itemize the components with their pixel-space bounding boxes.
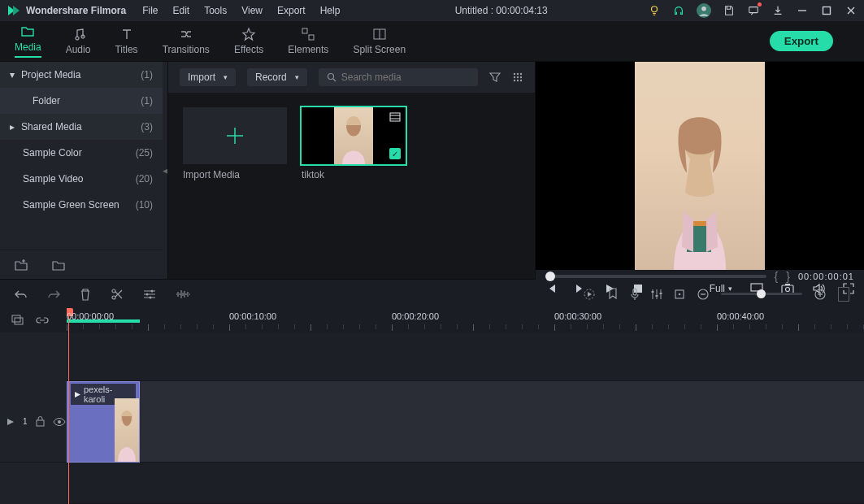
svg-rect-55 xyxy=(15,318,23,324)
svg-point-17 xyxy=(514,80,515,81)
sidebar-item-sample-color[interactable]: Sample Color (25) xyxy=(0,140,163,166)
layers-icon[interactable] xyxy=(11,315,24,326)
music-icon xyxy=(71,27,85,41)
waveform-icon[interactable] xyxy=(176,289,190,300)
tab-media[interactable]: Media xyxy=(15,24,41,58)
maximize-icon[interactable] xyxy=(820,4,833,17)
svg-point-14 xyxy=(514,76,515,78)
chevron-down-icon: ▾ xyxy=(10,69,15,80)
mark-out-icon[interactable]: } xyxy=(786,270,790,283)
tab-transitions[interactable]: Transitions xyxy=(163,27,210,55)
download-icon[interactable] xyxy=(771,4,784,17)
svg-point-12 xyxy=(517,73,519,75)
svg-rect-5 xyxy=(302,28,307,33)
split-icon[interactable] xyxy=(111,288,124,301)
ruler-label: 00:00:20:00 xyxy=(392,311,439,321)
tab-elements[interactable]: Elements xyxy=(288,27,328,55)
new-folder-icon[interactable] xyxy=(15,259,28,271)
preview-scrubber[interactable] xyxy=(545,275,766,278)
record-dropdown[interactable]: Record ▾ xyxy=(247,68,307,86)
sidebar-item-folder[interactable]: Folder (1) xyxy=(0,88,163,114)
svg-line-10 xyxy=(333,79,336,81)
ruler-label: 00:00:10:00 xyxy=(229,311,276,321)
sidebar-item-project-media[interactable]: ▾Project Media (1) xyxy=(0,62,163,88)
message-icon[interactable] xyxy=(747,4,760,17)
svg-rect-45 xyxy=(656,295,658,297)
link-icon[interactable] xyxy=(36,315,49,326)
sidebar-item-shared-media[interactable]: ▸Shared Media (3) xyxy=(0,114,163,140)
zoom-in-icon[interactable] xyxy=(814,288,827,301)
save-icon[interactable] xyxy=(723,4,736,17)
tab-audio[interactable]: Audio xyxy=(66,27,91,55)
tab-titles[interactable]: Titles xyxy=(115,27,137,55)
filter-icon[interactable] xyxy=(489,72,501,83)
zoom-out-icon[interactable] xyxy=(697,288,710,301)
marker-icon[interactable] xyxy=(607,288,619,301)
video-icon xyxy=(74,391,81,398)
svg-point-11 xyxy=(514,73,515,75)
delete-icon[interactable] xyxy=(80,288,91,301)
menu-tools[interactable]: Tools xyxy=(204,5,227,16)
step-back-icon[interactable] xyxy=(545,283,557,294)
grid-view-icon[interactable] xyxy=(512,72,523,83)
timeline-clip[interactable]: pexels-karoli xyxy=(67,381,140,463)
split-screen-icon xyxy=(372,27,387,41)
media-card-tiktok[interactable]: ✓ tiktok xyxy=(302,107,406,180)
svg-point-1 xyxy=(701,7,706,11)
tab-split-screen[interactable]: Split Screen xyxy=(353,27,406,55)
redo-icon[interactable] xyxy=(47,289,60,300)
headphones-icon[interactable] xyxy=(672,4,685,17)
svg-rect-56 xyxy=(37,420,44,426)
menu-export[interactable]: Export xyxy=(277,5,306,16)
lock-icon[interactable] xyxy=(36,416,45,427)
svg-point-15 xyxy=(517,76,519,78)
svg-point-39 xyxy=(151,289,154,292)
effects-icon xyxy=(241,27,256,41)
audio-mixer-icon[interactable] xyxy=(651,289,662,300)
zoom-slider[interactable] xyxy=(721,293,802,295)
svg-point-35 xyxy=(112,296,115,299)
tab-effects[interactable]: Effects xyxy=(234,27,263,55)
preview-viewport xyxy=(536,62,864,270)
svg-rect-43 xyxy=(633,289,636,295)
menu-file[interactable]: File xyxy=(142,5,158,16)
open-folder-icon[interactable] xyxy=(52,259,65,271)
minimize-icon[interactable] xyxy=(796,4,809,17)
svg-rect-44 xyxy=(652,291,654,293)
eye-icon[interactable] xyxy=(53,417,66,427)
svg-point-48 xyxy=(679,293,681,295)
menu-edit[interactable]: Edit xyxy=(172,5,189,16)
sidebar-item-sample-video[interactable]: Sample Video (20) xyxy=(0,166,163,192)
elements-icon xyxy=(301,27,315,41)
export-button[interactable]: Export xyxy=(770,31,833,51)
crop-icon[interactable] xyxy=(674,289,685,300)
document-title: Untitled : 00:00:04:13 xyxy=(354,5,648,16)
svg-rect-2 xyxy=(749,7,758,13)
svg-point-34 xyxy=(112,289,115,293)
search-input[interactable] xyxy=(341,72,470,83)
svg-rect-33 xyxy=(785,284,790,285)
user-icon[interactable] xyxy=(697,3,711,18)
mic-icon[interactable] xyxy=(630,288,640,301)
fit-icon[interactable] xyxy=(838,287,849,302)
playhead-line xyxy=(68,332,69,504)
mark-in-icon[interactable]: { xyxy=(775,270,779,283)
text-icon xyxy=(119,27,134,41)
search-media[interactable] xyxy=(319,68,478,86)
render-icon[interactable] xyxy=(583,288,596,301)
preview-timecode: 00:00:00:01 xyxy=(798,272,854,281)
import-media-card[interactable]: Import Media xyxy=(183,107,287,180)
svg-rect-46 xyxy=(660,293,662,294)
close-icon[interactable] xyxy=(844,4,857,17)
import-dropdown[interactable]: Import ▾ xyxy=(180,68,236,86)
undo-icon[interactable] xyxy=(15,289,28,300)
adjust-icon[interactable] xyxy=(143,289,156,300)
sidebar-item-sample-green[interactable]: Sample Green Screen (10) xyxy=(0,192,163,218)
menu-help[interactable]: Help xyxy=(320,5,341,16)
svg-point-41 xyxy=(150,296,152,298)
timeline-ruler[interactable]: 00:00:00:0000:00:10:0000:00:20:0000:00:3… xyxy=(67,308,864,332)
track-number: 1 xyxy=(23,417,28,426)
app-name: Wondershare Filmora xyxy=(26,5,126,16)
menu-view[interactable]: View xyxy=(241,5,263,16)
lightbulb-icon[interactable] xyxy=(648,4,661,17)
